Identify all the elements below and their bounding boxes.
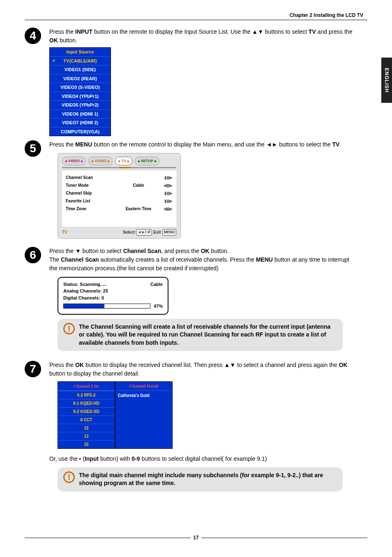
channel-list-row[interactable]: 12 — [58, 424, 115, 432]
tab-audio[interactable]: ●AUDIO● — [88, 157, 113, 165]
step-7-text-2: Or, use the ▪ (Input button) with 0-9 bu… — [49, 455, 355, 463]
progress-percent: 47% — [154, 303, 163, 310]
arrow-right-icon: ▮▮▶ — [163, 174, 173, 181]
alert-icon: ! — [63, 323, 75, 334]
video-icon: ● — [65, 158, 67, 164]
input-source-item[interactable]: VIDEO3 (S-VIDEO) — [50, 83, 111, 92]
scan-digital-count: Digital Channels: 0 — [63, 295, 163, 302]
note-subchannels: ! The digital main channel might include… — [58, 467, 343, 492]
step-6-text-1: Press the ▼ button to select Channel Sca… — [49, 247, 355, 255]
input-source-item[interactable]: ✔TV(CABLE/AIR) — [50, 56, 111, 65]
note-text: The Channel Scanning will create a list … — [79, 323, 337, 347]
tv-main-menu: ●VIDEO● ●AUDIO● ●TV● ●SETUP● Channel Sca… — [58, 153, 181, 239]
channel-list-header: Channel List — [58, 382, 115, 391]
input-source-item[interactable]: COMPUTER(VGA) — [50, 127, 111, 136]
tv-menu-row[interactable]: Tuner ModeCable◀▮▶ — [66, 181, 173, 189]
arrow-lr-icon: ◀▮▶ — [163, 206, 173, 212]
nav-keycap-icon: ◄►/ ⏎ — [136, 229, 152, 236]
input-source-item[interactable]: VIDEO7 (HDMI 2) — [50, 118, 111, 127]
note-text: The digital main channel might include m… — [79, 471, 337, 487]
step-number-4: 4 — [25, 28, 41, 44]
tv-menu-footer: TV Select ◄►/ ⏎ Exit MENU — [58, 227, 180, 238]
step-5-text: Press the MENU button on the remote cont… — [49, 140, 355, 149]
step-7: 7 Press the OK button to display the rec… — [25, 361, 367, 497]
step-7-text-1: Press the OK button to display the recei… — [49, 361, 355, 378]
language-side-tab: ENGLISH — [381, 58, 392, 103]
step-5: 5 Press the MENU button on the remote co… — [25, 140, 367, 243]
tab-video[interactable]: ●VIDEO● — [62, 157, 86, 165]
tab-tv[interactable]: ●TV● — [115, 157, 132, 165]
progress-bar — [63, 304, 150, 309]
step-number-6: 6 — [25, 247, 41, 263]
tv-icon: ● — [118, 158, 120, 164]
channel-list-row[interactable]: 15 — [58, 440, 115, 448]
setup-icon: ● — [138, 158, 140, 164]
page-footer: 17 — [25, 538, 367, 545]
scan-mode: Cable — [150, 281, 163, 288]
top-divider — [25, 20, 367, 20]
arrow-right-icon: ▮▮▶ — [163, 198, 173, 204]
channel-detail-header: Channel Detail — [115, 382, 172, 391]
tv-menu-row[interactable]: Channel Skip▮▮▶ — [66, 189, 173, 197]
audio-icon: ● — [91, 158, 94, 164]
step-6-text-2: The Channel Scan automatically creates a… — [49, 255, 355, 273]
channel-list-row[interactable]: 9-1 KQED-HD — [58, 399, 115, 407]
channel-list-column: Channel List 5-2 RF5-2 9-1 KQED-HD 9-2 K… — [58, 381, 115, 449]
input-source-item[interactable]: VIDEO6 (HDMI 1) — [50, 109, 111, 118]
language-label: ENGLISH — [384, 68, 390, 93]
channel-list-row[interactable]: 9-2 KOED-SD — [58, 407, 115, 415]
channel-list-row[interactable]: 5-2 RF5-2 — [58, 391, 115, 399]
step-4-text: Press the INPUT button on the remote to … — [49, 28, 355, 45]
tv-menu-row[interactable]: Time ZoneEastern Time◀▮▶ — [66, 205, 173, 213]
tv-menu-row[interactable]: Channel Scan▮▮▶ — [66, 174, 173, 181]
input-source-item[interactable]: VIDEO2 (REAR) — [50, 74, 111, 83]
input-source-item[interactable]: VIDEO5 (YPbPr2) — [50, 100, 111, 109]
input-source-item[interactable]: VIDEO4 (YPbPr1) — [50, 92, 111, 101]
input-source-header: Input Source — [50, 48, 111, 56]
step-6: 6 Press the ▼ button to select Channel S… — [25, 247, 367, 357]
channel-scan-progress: Status: Scanning.....Cable Analog Channe… — [58, 277, 168, 315]
channel-list-panel: Channel List 5-2 RF5-2 9-1 KQED-HD 9-2 K… — [58, 381, 173, 449]
alert-icon: ! — [63, 471, 75, 483]
tv-footer-hints: Select ◄►/ ⏎ Exit MENU — [123, 229, 176, 236]
note-channel-scanning: ! The Channel Scanning will create a lis… — [58, 319, 343, 351]
tv-menu-row[interactable]: Favorite List▮▮▶ — [66, 197, 173, 205]
tab-setup[interactable]: ●SETUP● — [135, 157, 159, 165]
input-source-item[interactable]: VIDEO1 (SIDE) — [50, 65, 111, 74]
step-number-7: 7 — [25, 361, 41, 377]
tv-menu-tabs: ●VIDEO● ●AUDIO● ●TV● ●SETUP● — [58, 153, 180, 166]
arrow-right-icon: ▮▮▶ — [163, 190, 173, 196]
step-number-5: 5 — [25, 140, 41, 157]
chapter-heading: Chapter 2 Installing the LCD TV — [25, 12, 367, 18]
scan-analog-count: Analog Channels: 25 — [63, 288, 163, 295]
channel-list-row[interactable]: 8 CCT — [58, 415, 115, 424]
step-4: 4 Press the INPUT button on the remote t… — [25, 28, 367, 136]
arrow-lr-icon: ◀▮▶ — [163, 182, 173, 188]
tv-menu-body: Channel Scan▮▮▶ Tuner ModeCable◀▮▶ Chann… — [61, 170, 177, 227]
channel-detail-body: Calfornia's Gold — [115, 391, 172, 448]
check-icon: ✔ — [52, 58, 55, 64]
progress-fill — [64, 304, 104, 308]
channel-detail-column: Channel Detail Calfornia's Gold — [115, 381, 173, 449]
input-source-list: Input Source ✔TV(CABLE/AIR) VIDEO1 (SIDE… — [49, 47, 111, 136]
menu-keycap-icon: MENU — [162, 229, 177, 236]
tab-indicator — [62, 167, 176, 168]
channel-list-row[interactable]: 13 — [58, 432, 115, 440]
tv-footer-label: TV — [62, 229, 67, 235]
page-number: 17 — [191, 535, 201, 541]
scan-status: Status: Scanning..... — [63, 281, 106, 288]
